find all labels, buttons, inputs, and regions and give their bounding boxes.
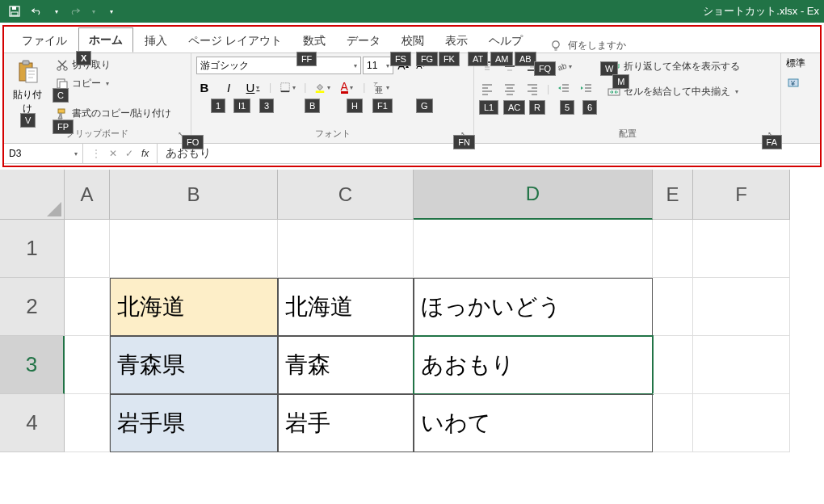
cell-D3[interactable]: あおもり [414, 336, 653, 394]
col-header-E[interactable]: E [653, 170, 693, 220]
underline-button[interactable]: U▾ [245, 79, 261, 95]
font-size-value: 11 [367, 60, 377, 71]
redo-icon[interactable] [68, 5, 81, 18]
cut-button[interactable]: 切り取り [53, 57, 174, 74]
name-box[interactable]: D3 ▾ [4, 144, 83, 163]
cell-C3[interactable]: 青森 [278, 336, 414, 394]
copy-button[interactable]: コピー ▾ C [53, 75, 174, 92]
merge-center-button[interactable]: セルを結合して中央揃え ▾ M [604, 83, 743, 100]
keytip-3: 3 [259, 99, 274, 113]
cell-E4[interactable] [653, 394, 693, 452]
enter-icon[interactable]: ✓ [125, 148, 133, 159]
tab-insert[interactable]: 挿入 [135, 29, 177, 52]
svg-text:亜: 亜 [375, 86, 383, 94]
col-header-A[interactable]: A [65, 170, 110, 220]
tab-formulas[interactable]: 数式 FF [293, 29, 335, 52]
paste-label: 貼り付け [9, 88, 46, 116]
align-left-button[interactable] [479, 81, 495, 97]
keytip-r: R [529, 100, 545, 115]
cell-F1[interactable] [693, 220, 790, 278]
cell-A1[interactable] [65, 220, 110, 278]
align-right-button[interactable] [524, 81, 540, 97]
sheet-grid[interactable]: A B C D E F 1 2 北海道 北海道 ほっかいどう 3 青森県 青森 … [0, 170, 824, 452]
tab-review[interactable]: 校閲 FS FG FK [392, 29, 434, 52]
title-bar: ▾ ▾ ▾ ショートカット.xlsx - Ex [0, 0, 824, 23]
tab-pagelayout[interactable]: ページ レイアウト [179, 29, 292, 52]
tab-view[interactable]: 表示 [435, 29, 477, 52]
cancel-icon[interactable]: ✕ [109, 148, 117, 159]
col-header-F[interactable]: F [693, 170, 790, 220]
keytip-5: 5 [560, 100, 574, 115]
tell-me[interactable]: 何をしますか FQ W [550, 39, 626, 52]
cell-B3[interactable]: 青森県 [110, 336, 278, 394]
tab-help[interactable]: ヘルプ AT AM AB [479, 29, 532, 52]
copy-dropdown-icon[interactable]: ▾ [106, 80, 109, 87]
cell-D1[interactable] [414, 220, 653, 278]
align-center-button[interactable] [502, 81, 518, 97]
col-header-D[interactable]: D [414, 170, 653, 220]
keytip-6: 6 [582, 100, 597, 115]
cell-B1[interactable] [110, 220, 278, 278]
row-header-1[interactable]: 1 [0, 220, 65, 278]
cell-C2[interactable]: 北海道 [278, 278, 414, 336]
cell-D2[interactable]: ほっかいどう [414, 278, 653, 336]
format-painter-button[interactable]: 書式のコピー/貼り付け FP [53, 105, 174, 122]
number-format-label[interactable]: 標準 [786, 57, 813, 70]
select-all-corner[interactable] [0, 170, 65, 220]
redo-dropdown-icon[interactable]: ▾ [92, 8, 95, 15]
tab-data[interactable]: データ [337, 29, 390, 52]
cell-E2[interactable] [653, 278, 693, 336]
fill-color-button[interactable]: ▾ [314, 79, 330, 95]
cell-D4[interactable]: いわて [414, 394, 653, 452]
cell-A4[interactable] [65, 394, 110, 452]
col-header-B[interactable]: B [110, 170, 278, 220]
group-font-label: フォント [196, 128, 469, 141]
name-box-value: D3 [9, 148, 21, 159]
cell-A3[interactable] [65, 336, 110, 394]
qat-customize-icon[interactable]: ▾ [110, 8, 113, 15]
save-icon[interactable] [8, 5, 21, 18]
col-header-C[interactable]: C [278, 170, 414, 220]
currency-button[interactable]: ¥ [786, 75, 802, 91]
wrap-text-button[interactable]: abc 折り返して全体を表示する [604, 58, 743, 75]
tab-home[interactable]: ホーム X [78, 27, 133, 52]
undo-icon[interactable] [31, 5, 44, 18]
undo-dropdown-icon[interactable]: ▾ [55, 8, 58, 15]
formula-options-icon[interactable]: ⋮ [91, 148, 101, 159]
row-header-3[interactable]: 3 [0, 336, 65, 394]
svg-rect-6 [26, 68, 37, 82]
cell-E3[interactable] [653, 336, 693, 394]
keytip-h: H [347, 99, 363, 113]
fx-icon[interactable]: fx [141, 148, 149, 159]
keytip-b: B [305, 99, 320, 113]
row-header-4[interactable]: 4 [0, 394, 65, 452]
cell-C1[interactable] [278, 220, 414, 278]
font-name-select[interactable]: 游ゴシック ▾ [196, 57, 361, 74]
increase-indent-button[interactable] [578, 81, 595, 97]
orientation-button[interactable]: ab▾ [556, 58, 572, 74]
cell-F3[interactable] [693, 336, 790, 394]
decrease-indent-button[interactable] [556, 81, 572, 97]
group-font: 游ゴシック ▾ 11 ▾ A▴ A▾ B I U▾ | ▾ | [191, 53, 474, 143]
keytip-g: G [416, 99, 433, 113]
italic-button[interactable]: I [221, 79, 237, 95]
cell-E1[interactable] [653, 220, 693, 278]
keytip-x: X [76, 51, 91, 65]
group-clipboard: 貼り付け ▾ V 切り取り コピー ▾ C [4, 53, 191, 143]
font-color-button[interactable]: A▾ [338, 79, 355, 95]
cell-B2[interactable]: 北海道 [110, 278, 278, 336]
cell-F4[interactable] [693, 394, 790, 452]
font-size-select[interactable]: 11 ▾ [363, 57, 393, 74]
row-header-2[interactable]: 2 [0, 278, 65, 336]
cell-F2[interactable] [693, 278, 790, 336]
tab-file[interactable]: ファイル [12, 29, 77, 52]
paste-button[interactable]: 貼り付け ▾ V [9, 57, 46, 128]
cell-A2[interactable] [65, 278, 110, 336]
phonetic-button[interactable]: ア亜▾ [373, 79, 389, 95]
borders-button[interactable]: ▾ [280, 79, 296, 95]
keytip-ac: AC [503, 100, 525, 115]
cell-B4[interactable]: 岩手県 [110, 394, 278, 452]
bold-button[interactable]: B [196, 79, 212, 95]
cell-C4[interactable]: 岩手 [278, 394, 414, 452]
merge-dropdown-icon[interactable]: ▾ [735, 88, 738, 95]
